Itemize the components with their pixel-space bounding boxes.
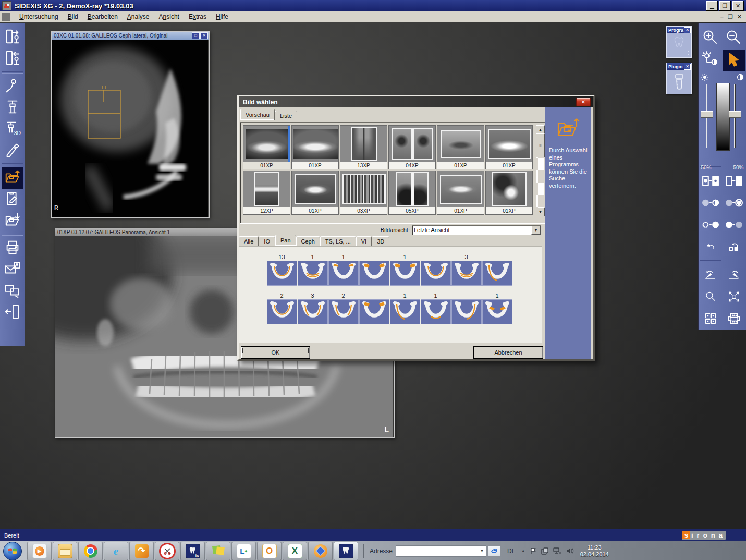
mdi-close-button[interactable]: ✕ (737, 14, 742, 20)
adjust-brightness-button[interactable] (700, 50, 721, 71)
cancel-button[interactable]: Abbrechen (473, 346, 543, 359)
clock[interactable]: 11:23 02.04.2014 (580, 544, 609, 558)
contrast-circle-button[interactable] (700, 192, 721, 214)
zoom-out-button[interactable] (723, 28, 745, 50)
mdi-restore-button[interactable]: ❐ (728, 14, 733, 20)
thumbnail-item[interactable]: 13XP (340, 125, 387, 169)
menu-bild[interactable]: Bild (63, 12, 83, 21)
dialog-titlebar[interactable]: Bild wählen ✕ (239, 96, 593, 107)
patient-checkin-button[interactable] (2, 27, 23, 48)
program-tile[interactable] (298, 261, 328, 286)
program-tile[interactable] (328, 299, 359, 324)
address-go-button[interactable] (487, 545, 501, 557)
thumbnail-item[interactable]: 01XP (291, 125, 339, 169)
minimize-button[interactable]: ▁ (706, 1, 718, 11)
snipping-tool-taskbar-button[interactable] (155, 542, 179, 560)
internet-explorer-taskbar-button[interactable]: e (104, 542, 128, 560)
open-image-button[interactable] (2, 167, 23, 189)
address-dropdown-icon[interactable]: ▼ (478, 549, 486, 553)
brightness-slider[interactable] (704, 84, 708, 148)
save-image-button[interactable] (2, 210, 23, 232)
exit-exam-button[interactable] (2, 302, 23, 323)
thumbnail-item[interactable]: 01XP (437, 125, 484, 169)
rotate-right-button[interactable] (723, 264, 745, 286)
program-tab-alle[interactable]: Alle (239, 236, 259, 246)
undo-image-button[interactable] (723, 236, 745, 258)
menu-untersuchung[interactable]: Untersuchung (15, 12, 63, 21)
menu-bearbeiten[interactable]: Bearbeiten (83, 12, 123, 21)
mdi-minimize-button[interactable]: – (720, 14, 724, 20)
contrast-slider[interactable] (732, 84, 737, 148)
thumbnail-item[interactable]: 01XP (437, 171, 484, 215)
zoom-in-button[interactable] (700, 28, 721, 50)
windows-media-player-taskbar-button[interactable]: ▶ (27, 542, 52, 560)
scroll-up-icon[interactable]: ▲ (536, 125, 545, 134)
patient-checkout-button[interactable] (2, 48, 23, 69)
program-tab-vi[interactable]: VI (356, 236, 372, 246)
dialog-close-button[interactable]: ✕ (576, 98, 591, 106)
panorama-3d-button[interactable]: 3D (2, 118, 23, 140)
program-tile[interactable] (267, 299, 297, 324)
program-tab-tsls[interactable]: TS, LS, ... (320, 236, 356, 246)
program-panel[interactable]: Progra ✕ (666, 26, 692, 58)
edit-exam-button[interactable] (2, 189, 23, 210)
chrome-taskbar-button[interactable] (78, 542, 103, 560)
start-button[interactable] (3, 542, 22, 560)
program-tile[interactable] (359, 299, 389, 324)
menu-extras[interactable]: Extras (184, 12, 211, 21)
tray-expand-icon[interactable]: ▲ (521, 549, 525, 553)
sidexis-ix-taskbar-button[interactable]: ix (180, 542, 205, 560)
select-cursor-button[interactable] (723, 50, 745, 71)
file-explorer-taskbar-button[interactable] (53, 542, 77, 560)
address-input[interactable]: ▼ (396, 545, 486, 557)
sticky-notes-taskbar-button[interactable] (206, 542, 230, 560)
lync-taskbar-button[interactable]: L● (231, 542, 256, 560)
brightness-slider-handle[interactable] (701, 111, 713, 118)
program-panel-close-icon[interactable]: ✕ (684, 27, 691, 33)
scroll-down-icon[interactable]: ▼ (536, 208, 545, 216)
compare-images-button[interactable] (2, 281, 23, 302)
thumbnail-item[interactable]: 12XP (243, 171, 290, 215)
network-icon[interactable] (553, 547, 561, 554)
thumbnail-scrollbar[interactable]: ▲ ≡ ▼ (536, 125, 544, 216)
xg-manager-taskbar-button[interactable]: ↷ (129, 542, 154, 560)
panorama-unit-button[interactable] (2, 97, 23, 118)
excel-taskbar-button[interactable]: X (283, 542, 307, 560)
program-tile[interactable] (298, 299, 328, 324)
layout-multi-button[interactable] (723, 308, 745, 330)
invert-fill-button[interactable] (723, 171, 745, 192)
program-tab-pan[interactable]: Pan (275, 235, 296, 246)
menu-ansicht[interactable]: Ansicht (154, 12, 184, 21)
language-indicator[interactable]: DE (507, 547, 516, 555)
email-image-button[interactable] (2, 259, 23, 281)
program-tile[interactable] (482, 299, 512, 324)
tab-vorschau[interactable]: Vorschau (240, 109, 275, 120)
plugin-panel[interactable]: Plugin ✕ (666, 63, 692, 94)
thumbnail-item[interactable]: 01XP (291, 171, 339, 215)
print-image-button[interactable] (2, 238, 23, 259)
volume-icon[interactable] (566, 547, 574, 554)
program-tab-3d[interactable]: 3D (372, 236, 389, 246)
action-center-flag-icon[interactable] (530, 547, 536, 555)
ceph-maximize-button[interactable]: □ (192, 32, 200, 39)
contrast-ring-button[interactable] (723, 192, 745, 214)
galaxis-taskbar-button[interactable] (308, 542, 333, 560)
layout-quad-button[interactable] (700, 308, 721, 330)
thumbnail-item[interactable]: 05XP (388, 171, 436, 215)
tab-liste[interactable]: Liste (275, 111, 297, 120)
ceph-window-titlebar[interactable]: 03XC 01.01.08: GALILEOS Ceph lateral, Or… (52, 32, 209, 40)
program-tile[interactable] (359, 261, 389, 286)
program-tile[interactable] (267, 261, 297, 286)
menu-hilfe[interactable]: Hilfe (211, 12, 233, 21)
program-tile[interactable] (390, 261, 420, 286)
smooth-filter-button[interactable] (723, 214, 745, 236)
ceph-xray-image[interactable]: R (52, 40, 208, 217)
undo-button[interactable] (700, 236, 721, 258)
program-tile[interactable] (482, 261, 512, 286)
rotate-left-button[interactable] (700, 264, 721, 286)
invert-dot-button[interactable] (700, 171, 721, 192)
scrollbar-thumb[interactable]: ≡ (536, 133, 545, 157)
thumbnail-item[interactable]: 01XP (485, 125, 533, 169)
menu-analyse[interactable]: Analyse (123, 12, 154, 21)
bild-waehlen-dialog[interactable]: Bild wählen ✕ VorschauListe 01XP01XP13XP… (237, 95, 595, 361)
